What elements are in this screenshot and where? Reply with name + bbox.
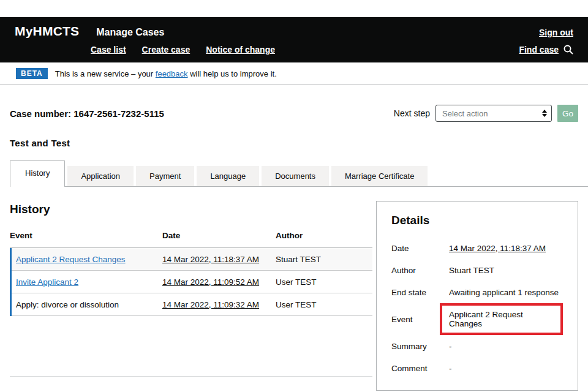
brand-logo: MyHMCTS: [15, 24, 79, 39]
select-stepper-icon: [542, 110, 547, 117]
column-header-date: Date: [162, 231, 276, 240]
next-step-selected-value: Select action: [442, 109, 488, 118]
history-table-header: Event Date Author: [10, 231, 372, 248]
next-step-select[interactable]: Select action: [435, 105, 552, 122]
table-row: Applicant 2 Request Changes 14 Mar 2022,…: [12, 248, 372, 271]
history-title: History: [10, 203, 372, 216]
event-author: User TEST: [276, 277, 372, 287]
tab-payment[interactable]: Payment: [136, 166, 194, 186]
beta-text-after: will help us to improve it.: [188, 69, 277, 78]
table-row: Apply: divorce or dissolution 14 Mar 202…: [12, 293, 372, 316]
service-header: MyHMCTS Manage Cases Sign out Case list …: [0, 17, 588, 62]
detail-value: Applicant 2 Request Changes: [449, 310, 523, 328]
details-title: Details: [391, 214, 563, 227]
column-header-author: Author: [276, 231, 372, 240]
history-section: History Event Date Author Applicant 2 Re…: [10, 201, 372, 377]
nav-notice-of-change[interactable]: Notice of change: [206, 45, 275, 55]
event-author: Stuart TEST: [276, 255, 372, 264]
sign-out-link[interactable]: Sign out: [539, 28, 573, 37]
detail-value: -: [449, 342, 452, 351]
detail-label: Summary: [391, 342, 449, 351]
event-link[interactable]: Applicant 2 Request Changes: [16, 255, 126, 264]
detail-row-event: Event Applicant 2 Request Changes: [391, 303, 563, 335]
event-link[interactable]: Invite Applicant 2: [16, 277, 78, 287]
detail-date-link[interactable]: 14 Mar 2022, 11:18:37 AM: [449, 244, 546, 253]
find-case-link[interactable]: Find case: [519, 45, 559, 55]
nav-create-case[interactable]: Create case: [142, 45, 190, 55]
event-date-link[interactable]: 14 Mar 2022, 11:09:52 AM: [162, 277, 259, 287]
detail-value: Awaiting applicant 1 response: [449, 288, 559, 297]
tab-documents[interactable]: Documents: [262, 166, 329, 186]
detail-row-author: Author Stuart TEST: [391, 259, 563, 281]
case-tabs: History Application Payment Language Doc…: [10, 160, 588, 187]
event-label: Apply: divorce or dissolution: [12, 295, 162, 314]
beta-banner: BETA This is a new service – your feedba…: [0, 62, 588, 85]
primary-nav: Case list Create case Notice of change: [91, 45, 275, 55]
tab-history[interactable]: History: [10, 160, 65, 187]
case-number: Case number: 1647-2561-7232-5115: [10, 108, 164, 119]
feedback-link[interactable]: feedback: [156, 69, 188, 78]
detail-value: Stuart TEST: [449, 266, 494, 275]
next-step-label: Next step: [394, 108, 430, 118]
beta-text-before: This is a new service – your: [55, 69, 156, 78]
beta-text: This is a new service – your feedback wi…: [55, 69, 277, 78]
highlight-annotation: Applicant 2 Request Changes: [440, 303, 563, 335]
event-date-link[interactable]: 14 Mar 2022, 11:09:32 AM: [162, 300, 259, 309]
search-icon[interactable]: [564, 45, 573, 55]
detail-label: Comment: [391, 364, 449, 373]
details-panel: Details Date 14 Mar 2022, 11:18:37 AM Au…: [376, 201, 578, 391]
detail-row-date: Date 14 Mar 2022, 11:18:37 AM: [391, 237, 563, 259]
tab-marriage-certificate[interactable]: Marriage Certificate: [331, 166, 428, 186]
detail-label: Author: [391, 266, 449, 275]
event-author: User TEST: [276, 300, 372, 309]
detail-value: -: [449, 364, 452, 373]
nav-case-list[interactable]: Case list: [91, 45, 126, 55]
tab-application[interactable]: Application: [67, 166, 134, 186]
column-header-event: Event: [10, 231, 162, 240]
history-table-body: Applicant 2 Request Changes 14 Mar 2022,…: [10, 248, 372, 316]
beta-badge: BETA: [16, 68, 48, 79]
case-parties: Test and Test: [10, 138, 578, 148]
event-date-link[interactable]: 14 Mar 2022, 11:18:37 AM: [162, 255, 259, 264]
detail-row-comment: Comment -: [391, 357, 563, 379]
detail-row-end-state: End state Awaiting applicant 1 response: [391, 281, 563, 303]
table-row: Invite Applicant 2 14 Mar 2022, 11:09:52…: [12, 271, 372, 293]
detail-label: Date: [391, 244, 449, 253]
service-name: Manage Cases: [96, 27, 164, 38]
go-button[interactable]: Go: [557, 105, 578, 122]
detail-row-summary: Summary -: [391, 335, 563, 357]
tab-language[interactable]: Language: [197, 166, 259, 186]
detail-label: End state: [391, 288, 449, 297]
